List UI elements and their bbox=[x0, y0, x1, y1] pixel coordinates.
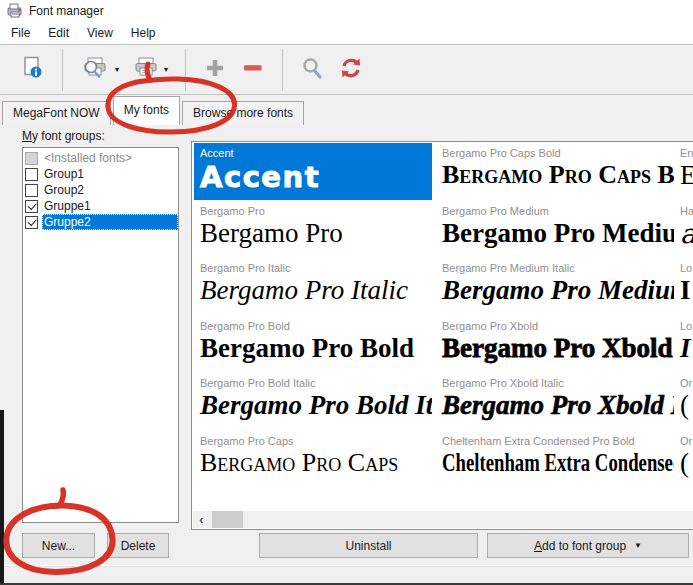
checkbox-unchecked-icon[interactable] bbox=[25, 168, 38, 181]
font-cell-accent[interactable]: AccentAccent bbox=[194, 143, 432, 200]
tab-browse-more-fonts[interactable]: Browse more fonts bbox=[182, 101, 304, 125]
menu-item-help[interactable]: Help bbox=[122, 23, 165, 43]
new-group-button[interactable]: New... bbox=[22, 533, 95, 558]
search-button[interactable] bbox=[293, 49, 331, 91]
font-name-label: Bergamo Pro Medium Italic bbox=[442, 262, 674, 274]
tab-megafont-now[interactable]: MegaFont NOW bbox=[2, 101, 111, 125]
font-cell-bergamo-pro-italic[interactable]: Bergamo Pro ItalicBergamo Pro Italic bbox=[194, 258, 432, 315]
print-button[interactable]: ▾ bbox=[126, 49, 175, 91]
font-cell-bergamo-pro-caps-bold[interactable]: Bergamo Pro Caps BoldBergamo Pro Caps Bo… bbox=[436, 143, 674, 200]
font-name-label: Lo bbox=[680, 320, 693, 332]
font-group-name: Group1 bbox=[42, 166, 178, 182]
add-to-font-group-button[interactable]: Add to font group▼ bbox=[487, 533, 689, 558]
minus-icon bbox=[241, 56, 265, 83]
dropdown-arrow-icon[interactable]: ▾ bbox=[115, 65, 119, 74]
font-group-item-group1[interactable]: Group1 bbox=[23, 166, 178, 182]
horizontal-scrollbar[interactable]: ‹ bbox=[193, 511, 693, 528]
add-fonts-button[interactable] bbox=[196, 49, 234, 91]
toolbar: ▾▾ bbox=[0, 44, 693, 95]
printer-icon bbox=[133, 55, 159, 84]
tab-my-fonts[interactable]: My fonts bbox=[113, 96, 180, 125]
font-preview-sample: Bergamo Pro bbox=[200, 217, 432, 251]
font-cell-en[interactable]: EnE bbox=[674, 143, 693, 200]
font-group-item-installed-fonts[interactable]: <Installed fonts> bbox=[23, 150, 178, 166]
document-info-icon bbox=[19, 55, 45, 84]
font-cell-or[interactable]: Or( bbox=[674, 373, 693, 430]
search-icon bbox=[300, 56, 324, 83]
add-to-font-group-label: Add to font group bbox=[534, 539, 626, 553]
font-group-name: Gruppe1 bbox=[42, 198, 178, 214]
font-cell-bergamo-pro-bold[interactable]: Bergamo Pro BoldBergamo Pro Bold bbox=[194, 316, 432, 373]
font-cell-lo[interactable]: LoI bbox=[674, 316, 693, 373]
checkbox-checked-icon[interactable] bbox=[25, 200, 38, 213]
font-preview-sample: Accent bbox=[200, 159, 432, 195]
font-manager-window: Font manager FileEditViewHelp ▾▾ MegaFon… bbox=[0, 0, 693, 585]
delete-group-button[interactable]: Delete bbox=[107, 533, 169, 558]
font-name-label: Or bbox=[680, 435, 693, 447]
font-preview-sample: ( bbox=[680, 389, 693, 423]
font-group-item-gruppe1[interactable]: Gruppe1 bbox=[23, 198, 178, 214]
font-name-label: Or bbox=[680, 377, 693, 389]
font-name-label: Bergamo Pro Bold bbox=[200, 320, 432, 332]
font-name-label: Bergamo Pro Italic bbox=[200, 262, 432, 274]
font-preview-sample: ( bbox=[680, 447, 693, 481]
font-name-label: Bergamo Pro Xbold Italic bbox=[442, 377, 674, 389]
scrollbar-thumb[interactable] bbox=[212, 511, 243, 528]
checkbox-disabled-icon[interactable] bbox=[25, 152, 38, 165]
font-preview-grid: ‹ AccentAccentBergamo Pro Caps BoldBerga… bbox=[191, 141, 693, 530]
font-preview-sample: Bergamo Pro Medium Italic bbox=[442, 274, 674, 308]
dropdown-arrow-icon[interactable]: ▾ bbox=[164, 65, 168, 74]
font-cell-bergamo-pro-xbold[interactable]: Bergamo Pro XboldBergamo Pro Xbold bbox=[436, 316, 674, 373]
font-groups-label: My font groups: bbox=[22, 129, 105, 143]
window-title: Font manager bbox=[29, 4, 104, 18]
font-preview-sample: Cheltenham Extra Condensed Pro Bold bbox=[442, 447, 674, 480]
font-name-label: Bergamo Pro bbox=[200, 205, 432, 217]
toolbar-separator bbox=[62, 49, 63, 91]
checkbox-unchecked-icon[interactable] bbox=[25, 184, 38, 197]
font-cell-bergamo-pro-xbold-italic[interactable]: Bergamo Pro Xbold ItalicBergamo Pro Xbol… bbox=[436, 373, 674, 430]
font-preview-sample: Bergamo Pro Bold Italic bbox=[200, 389, 432, 423]
scroll-left-arrow-icon[interactable]: ‹ bbox=[193, 511, 210, 528]
font-cell-bergamo-pro-bold-italic[interactable]: Bergamo Pro Bold ItalicBergamo Pro Bold … bbox=[194, 373, 432, 430]
app-icon bbox=[7, 2, 23, 21]
font-preview-sample: Bergamo Pro Caps Bold bbox=[442, 159, 674, 192]
refresh-button[interactable] bbox=[331, 49, 371, 91]
font-preview-sample: I bbox=[680, 332, 693, 366]
font-cell-bergamo-pro[interactable]: Bergamo ProBergamo Pro bbox=[194, 201, 432, 258]
font-group-item-gruppe2[interactable]: Gruppe2 bbox=[23, 214, 178, 230]
font-group-item-group2[interactable]: Group2 bbox=[23, 182, 178, 198]
font-cell-ha[interactable]: Haa bbox=[674, 201, 693, 258]
font-info-button[interactable] bbox=[12, 49, 52, 91]
font-name-label: Bergamo Pro Xbold bbox=[442, 320, 674, 332]
menu-item-view[interactable]: View bbox=[78, 23, 122, 43]
font-name-label: Bergamo Pro Bold Italic bbox=[200, 377, 432, 389]
font-cell-cheltenham-extra-condensed-pro-bold[interactable]: Cheltenham Extra Condensed Pro BoldChelt… bbox=[436, 431, 674, 488]
font-cell-bergamo-pro-medium-italic[interactable]: Bergamo Pro Medium ItalicBergamo Pro Med… bbox=[436, 258, 674, 315]
window-left-edge bbox=[0, 410, 4, 585]
remove-fonts-button[interactable] bbox=[234, 49, 272, 91]
font-name-label: En bbox=[680, 147, 693, 159]
font-cell-bergamo-pro-caps[interactable]: Bergamo Pro CapsBergamo Pro Caps bbox=[194, 431, 432, 488]
font-name-label: Bergamo Pro Caps bbox=[200, 435, 432, 447]
titlebar: Font manager bbox=[0, 0, 693, 22]
font-preview-sample: Bergamo Pro Bold bbox=[200, 332, 432, 366]
font-name-label: Bergamo Pro Medium bbox=[442, 205, 674, 217]
checkbox-checked-icon[interactable] bbox=[25, 216, 38, 229]
font-cell-or[interactable]: Or( bbox=[674, 431, 693, 488]
font-name-label: Lo bbox=[680, 262, 693, 274]
font-group-name: <Installed fonts> bbox=[42, 150, 178, 166]
menu-item-file[interactable]: File bbox=[2, 23, 39, 43]
font-preview-sample: a bbox=[680, 217, 693, 251]
font-group-name: Group2 bbox=[42, 182, 178, 198]
menu-bar: FileEditViewHelp bbox=[0, 22, 693, 44]
uninstall-button[interactable]: Uninstall bbox=[259, 533, 478, 558]
print-preview-button[interactable]: ▾ bbox=[73, 49, 126, 91]
font-name-label: Cheltenham Extra Condensed Pro Bold bbox=[442, 435, 674, 447]
font-name-label: Accent bbox=[200, 147, 432, 159]
font-preview-sample: Bergamo Pro Italic bbox=[200, 274, 432, 308]
font-name-label: Ha bbox=[680, 205, 693, 217]
menu-item-edit[interactable]: Edit bbox=[39, 23, 78, 43]
font-groups-list: <Installed fonts>Group1Group2Gruppe1Grup… bbox=[22, 147, 179, 523]
font-cell-lo[interactable]: LoI bbox=[674, 258, 693, 315]
font-cell-bergamo-pro-medium[interactable]: Bergamo Pro MediumBergamo Pro Medium bbox=[436, 201, 674, 258]
